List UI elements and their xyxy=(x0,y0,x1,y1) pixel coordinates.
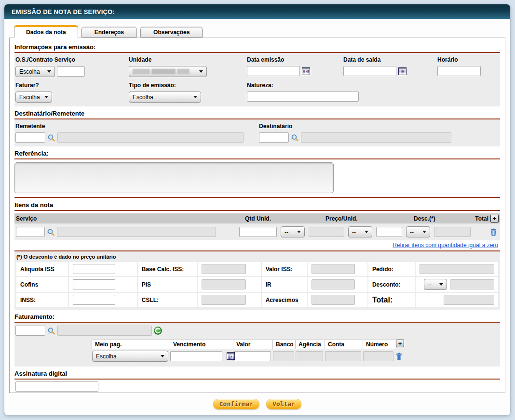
tipo-emissao-select[interactable]: Escolha xyxy=(129,92,201,103)
inss-input[interactable] xyxy=(73,295,115,305)
desconto-label: Desconto: xyxy=(368,277,415,292)
calendar-icon[interactable] xyxy=(398,67,407,75)
csll-label: CSLL: xyxy=(138,293,197,307)
remove-zero-items-link[interactable]: Retirar itens com quantidade igual a zer… xyxy=(393,242,498,249)
desconto-input xyxy=(450,279,494,289)
os-contrato-select[interactable]: Escolha xyxy=(15,66,55,77)
data-saida-input[interactable] xyxy=(343,66,396,76)
cofins-input[interactable] xyxy=(73,279,115,289)
destinatario-label: Destinatário xyxy=(259,123,499,130)
chevron-down-icon xyxy=(297,231,301,233)
confirmar-button[interactable]: Confirmar xyxy=(213,399,259,409)
form-actions: Confirmar Voltar xyxy=(4,399,510,409)
faturamento-code-input[interactable] xyxy=(15,326,45,336)
trash-icon[interactable] xyxy=(395,353,403,360)
tab-enderecos[interactable]: Endereços xyxy=(81,27,137,38)
item-servico-desc-input xyxy=(57,227,216,237)
search-icon[interactable] xyxy=(47,327,55,335)
valor-iss-label: Valor ISS: xyxy=(262,262,307,276)
field-horario: Horário xyxy=(437,55,499,77)
section-heading-referencia: Referência: xyxy=(14,150,500,159)
add-item-button[interactable]: + xyxy=(490,215,499,223)
tab-observacoes[interactable]: Observações xyxy=(140,27,203,38)
refresh-icon[interactable] xyxy=(154,327,162,335)
pedido-input xyxy=(420,264,494,274)
col-total: Total xyxy=(462,215,488,222)
item-desc-unit-select[interactable]: -- xyxy=(406,226,430,237)
item-desc-input[interactable] xyxy=(376,227,402,237)
referencia-textarea[interactable] xyxy=(14,162,334,193)
vencimento-input[interactable] xyxy=(170,351,222,361)
remetente-label: Remetente xyxy=(15,123,259,130)
item-preco-unit-select[interactable]: -- xyxy=(348,226,372,237)
desconto-footnote: (*) O desconto é dado no preço unitário xyxy=(15,252,499,261)
trash-icon[interactable] xyxy=(490,228,497,236)
chevron-down-icon xyxy=(422,231,426,233)
faturar-select[interactable]: Escolha xyxy=(15,92,52,103)
col-valor: Valor xyxy=(233,340,272,349)
chevron-down-icon xyxy=(439,283,443,286)
destinatario-code-input[interactable] xyxy=(259,132,289,143)
item-preco-unit-value: -- xyxy=(352,229,356,236)
calendar-icon[interactable] xyxy=(302,67,310,75)
window-titlebar: EMISSÃO DE NOTA DE SERVIÇO: xyxy=(4,4,510,19)
page-title: EMISSÃO DE NOTA DE SERVIÇO: xyxy=(12,8,115,15)
aliquota-iss-input[interactable] xyxy=(73,264,115,274)
item-desc-unit-value: -- xyxy=(410,229,414,236)
search-icon[interactable] xyxy=(47,134,55,142)
desconto-unit-value: -- xyxy=(428,281,432,288)
assinatura-input[interactable] xyxy=(15,381,98,392)
tab-dados-da-nota[interactable]: Dados da nota xyxy=(14,25,78,38)
item-servico-code-input[interactable] xyxy=(16,227,45,237)
chevron-down-icon xyxy=(193,96,197,98)
natureza-input[interactable] xyxy=(247,92,359,102)
destinatario-fields: Remetente Destinatário xyxy=(14,119,500,146)
emissao-fields: O.S./Contrato Serviço Escolha Unidade xyxy=(14,53,500,106)
search-icon[interactable] xyxy=(291,134,299,142)
numero-input xyxy=(363,351,393,361)
chevron-down-icon xyxy=(199,70,203,73)
calendar-icon[interactable] xyxy=(227,352,235,360)
col-qtd-unid: Qtd Unid. xyxy=(245,215,325,222)
aliquota-iss-label: Aliquota ISS xyxy=(16,262,68,276)
meio-pag-select[interactable]: Escolha xyxy=(92,351,168,362)
itens-table-header: Serviço Qtd Unid. Preço/Unid. Desc.(*) T… xyxy=(14,213,500,223)
field-data-emissao: Data emissão xyxy=(247,55,343,77)
main-window: EMISSÃO DE NOTA DE SERVIÇO: Dados da not… xyxy=(4,4,511,416)
section-heading-itens: Itens da nota xyxy=(14,201,500,211)
pis-input xyxy=(202,279,246,289)
valor-iss-input xyxy=(312,264,355,274)
remetente-code-input[interactable] xyxy=(15,132,45,143)
total-input xyxy=(444,295,494,305)
cofins-label: Cofins xyxy=(16,277,68,292)
item-qtd-input[interactable] xyxy=(239,227,277,237)
itens-link-row: Retirar itens com quantidade igual a zer… xyxy=(14,240,500,250)
meio-pag-value: Escolha xyxy=(96,353,117,360)
item-qtd-unit-select[interactable]: -- xyxy=(281,226,305,237)
add-payment-button[interactable]: + xyxy=(396,340,404,347)
horario-input[interactable] xyxy=(437,66,481,76)
col-vencimento: Vencimento xyxy=(170,340,233,349)
os-contrato-label: O.S./Contrato Serviço xyxy=(15,56,129,63)
desconto-unit-select[interactable]: -- xyxy=(424,279,447,290)
horario-label: Horário xyxy=(437,56,499,63)
destinatario-name-input xyxy=(301,132,451,143)
data-emissao-input[interactable] xyxy=(247,66,300,76)
csll-input xyxy=(202,295,246,305)
unidade-select[interactable] xyxy=(129,66,207,77)
base-calc-iss-input xyxy=(202,264,246,274)
valor-input[interactable] xyxy=(233,351,271,361)
tax-grid-area: (*) O desconto é dado no preço unitário … xyxy=(14,251,500,310)
banco-input xyxy=(273,351,294,361)
os-contrato-select-value: Escolha xyxy=(19,68,40,75)
col-conta: Conta xyxy=(325,340,363,349)
divider xyxy=(14,197,500,198)
search-icon[interactable] xyxy=(47,228,55,236)
tab-bar: Dados da nota Endereços Observações xyxy=(4,19,510,38)
os-number-input[interactable] xyxy=(57,66,85,77)
remetente-name-input xyxy=(57,132,244,143)
natureza-label: Natureza: xyxy=(247,82,499,89)
chevron-down-icon xyxy=(161,355,164,357)
voltar-button[interactable]: Voltar xyxy=(266,399,301,409)
faturamento-table-header: Meio pag. Vencimento Valor Banco Agência… xyxy=(92,340,499,349)
